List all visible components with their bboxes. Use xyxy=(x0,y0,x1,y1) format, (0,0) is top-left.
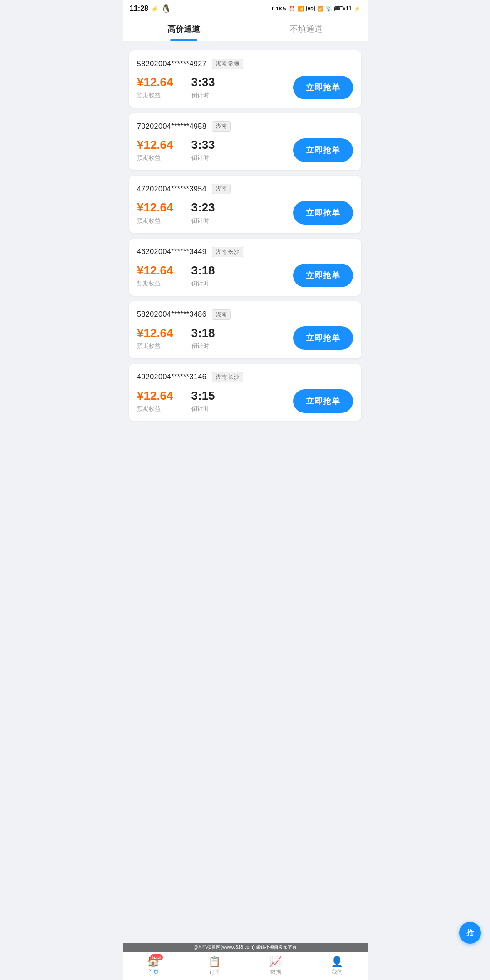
card-item: 49202004******3146 湖南 长沙 ¥12.64 预期收益 3:1… xyxy=(129,364,361,421)
card-item: 58202004******4927 湖南 常德 ¥12.64 预期收益 3:3… xyxy=(129,50,361,108)
card-region-badge: 湖南 xyxy=(212,184,231,194)
wifi-icon: 📡 xyxy=(326,6,332,12)
signal2-icon: 📶 xyxy=(317,6,323,12)
card-region-badge: 湖南 xyxy=(212,121,231,132)
card-item: 47202004******3954 湖南 ¥12.64 预期收益 3:23 倒… xyxy=(129,176,361,233)
card-info: ¥12.64 预期收益 3:33 倒计时 xyxy=(137,75,293,99)
amount-label: 预期收益 xyxy=(137,91,173,99)
grab-button[interactable]: 立即抢单 xyxy=(293,389,353,413)
grab-button[interactable]: 立即抢单 xyxy=(293,76,353,99)
app-icon: 🐧 xyxy=(161,4,171,14)
status-bar: 11:28 ⚡ 🐧 0.1K/s ⏰ 📶 HD 📶 📡 11 ⚡ xyxy=(122,0,368,15)
timer-value: 3:33 xyxy=(191,138,215,152)
timer-label: 倒计时 xyxy=(191,91,215,99)
amount-value: ¥12.64 xyxy=(137,201,173,215)
card-body: ¥12.64 预期收益 3:18 倒计时 立即抢单 xyxy=(137,326,353,350)
amount-value: ¥12.64 xyxy=(137,264,173,278)
timer-label: 倒计时 xyxy=(191,279,215,288)
card-info: ¥12.64 预期收益 3:18 倒计时 xyxy=(137,264,293,288)
amount-label: 预期收益 xyxy=(137,154,173,162)
status-left: 11:28 ⚡ 🐧 xyxy=(130,4,171,14)
tabs-container: 高价通道 不填通道 xyxy=(122,15,368,41)
timer-block: 3:18 倒计时 xyxy=(191,326,215,350)
amount-value: ¥12.64 xyxy=(137,75,173,89)
card-header: 58202004******3486 湖南 xyxy=(137,309,353,320)
card-region-badge: 湖南 常德 xyxy=(212,59,243,69)
tab-high-price[interactable]: 高价通道 xyxy=(122,15,245,41)
amount-label: 预期收益 xyxy=(137,217,173,225)
card-region-badge: 湖南 长沙 xyxy=(212,247,243,257)
card-id: 49202004******3146 xyxy=(137,373,206,381)
amount-label: 预期收益 xyxy=(137,342,173,350)
timer-label: 倒计时 xyxy=(191,342,215,350)
status-right: 0.1K/s ⏰ 📶 HD 📶 📡 11 ⚡ xyxy=(272,5,360,12)
card-info: ¥12.64 预期收益 3:23 倒计时 xyxy=(137,201,293,225)
battery-icon xyxy=(334,6,343,11)
amount-label: 预期收益 xyxy=(137,405,173,413)
timer-block: 3:18 倒计时 xyxy=(191,264,215,288)
grab-button[interactable]: 立即抢单 xyxy=(293,201,353,225)
amount-value: ¥12.64 xyxy=(137,138,173,152)
card-region-badge: 湖南 xyxy=(212,309,231,320)
card-list: 58202004******4927 湖南 常德 ¥12.64 预期收益 3:3… xyxy=(122,44,368,457)
timer-value: 3:33 xyxy=(191,75,215,89)
status-time: 11:28 xyxy=(130,5,148,13)
card-header: 70202004******4958 湖南 xyxy=(137,121,353,132)
battery-level: 11 xyxy=(346,5,352,12)
amount-value: ¥12.64 xyxy=(137,389,173,403)
card-body: ¥12.64 预期收益 3:23 倒计时 立即抢单 xyxy=(137,201,353,225)
timer-block: 3:15 倒计时 xyxy=(191,389,215,413)
grab-button[interactable]: 立即抢单 xyxy=(293,264,353,287)
amount-block: ¥12.64 预期收益 xyxy=(137,389,173,413)
card-item: 58202004******3486 湖南 ¥12.64 预期收益 3:18 倒… xyxy=(129,301,361,358)
timer-value: 3:18 xyxy=(191,264,215,278)
grab-button[interactable]: 立即抢单 xyxy=(293,138,353,162)
card-body: ¥12.64 预期收益 3:33 倒计时 立即抢单 xyxy=(137,138,353,162)
amount-block: ¥12.64 预期收益 xyxy=(137,264,173,288)
card-body: ¥12.64 预期收益 3:18 倒计时 立即抢单 xyxy=(137,264,353,288)
amount-block: ¥12.64 预期收益 xyxy=(137,326,173,350)
card-item: 70202004******4958 湖南 ¥12.64 预期收益 3:33 倒… xyxy=(129,113,361,170)
timer-label: 倒计时 xyxy=(191,405,215,413)
alarm-icon: ⏰ xyxy=(289,6,295,12)
amount-value: ¥12.64 xyxy=(137,326,173,340)
card-header: 58202004******4927 湖南 常德 xyxy=(137,59,353,69)
card-id: 70202004******4958 xyxy=(137,122,206,131)
card-item: 46202004******3449 湖南 长沙 ¥12.64 预期收益 3:1… xyxy=(129,239,361,296)
card-id: 58202004******4927 xyxy=(137,60,206,68)
card-header: 47202004******3954 湖南 xyxy=(137,184,353,194)
amount-block: ¥12.64 预期收益 xyxy=(137,138,173,162)
timer-label: 倒计时 xyxy=(191,154,215,162)
card-info: ¥12.64 预期收益 3:33 倒计时 xyxy=(137,138,293,162)
amount-block: ¥12.64 预期收益 xyxy=(137,201,173,225)
timer-value: 3:15 xyxy=(191,389,215,403)
card-header: 46202004******3449 湖南 长沙 xyxy=(137,247,353,257)
timer-block: 3:33 倒计时 xyxy=(191,75,215,99)
timer-value: 3:18 xyxy=(191,326,215,340)
signal-icon: 📶 xyxy=(298,6,304,12)
timer-value: 3:23 xyxy=(191,201,215,215)
amount-block: ¥12.64 预期收益 xyxy=(137,75,173,99)
bolt-icon: ⚡ xyxy=(151,5,158,12)
card-region-badge: 湖南 长沙 xyxy=(212,372,243,382)
timer-block: 3:23 倒计时 xyxy=(191,201,215,225)
grab-button[interactable]: 立即抢单 xyxy=(293,326,353,350)
hd-badge: HD xyxy=(306,6,315,11)
card-id: 46202004******3449 xyxy=(137,248,206,256)
amount-label: 预期收益 xyxy=(137,279,173,288)
card-info: ¥12.64 预期收益 3:15 倒计时 xyxy=(137,389,293,413)
timer-label: 倒计时 xyxy=(191,217,215,225)
tab-no-fill[interactable]: 不填通道 xyxy=(245,15,368,41)
card-body: ¥12.64 预期收益 3:15 倒计时 立即抢单 xyxy=(137,389,353,413)
card-info: ¥12.64 预期收益 3:18 倒计时 xyxy=(137,326,293,350)
card-header: 49202004******3146 湖南 长沙 xyxy=(137,372,353,382)
card-id: 58202004******3486 xyxy=(137,310,206,318)
timer-block: 3:33 倒计时 xyxy=(191,138,215,162)
network-speed: 0.1K/s xyxy=(272,6,286,11)
charge-icon: ⚡ xyxy=(354,6,360,12)
card-id: 47202004******3954 xyxy=(137,185,206,193)
card-body: ¥12.64 预期收益 3:33 倒计时 立即抢单 xyxy=(137,75,353,99)
